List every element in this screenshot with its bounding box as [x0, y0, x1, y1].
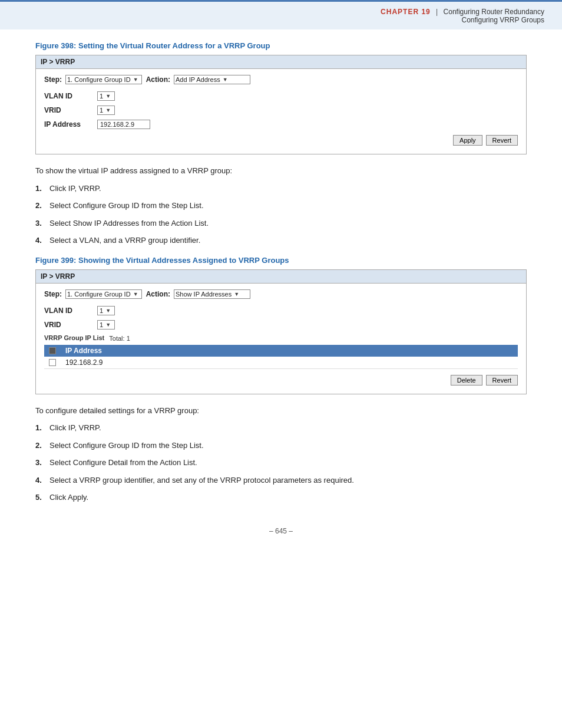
- table-col-ip-address: IP Address: [61, 345, 518, 357]
- figure399-vlanid-arrow: ▼: [105, 308, 111, 314]
- figure398-vrid-label: VRID: [44, 106, 97, 114]
- figure399-box: IP > VRRP Step: 1. Configure Group ID ▼ …: [35, 269, 527, 394]
- table-row: 192.168.2.9: [44, 357, 518, 369]
- list-item: 3. Select Configure Detail from the Acti…: [35, 457, 527, 469]
- header-right: CHAPTER 19 | Configuring Router Redundan…: [381, 8, 544, 24]
- figure398-vlanid-label: VLAN ID: [44, 92, 97, 100]
- header-chapter-line: CHAPTER 19 | Configuring Router Redundan…: [381, 8, 544, 16]
- step1-2-text: Select Configure Group ID from the Step …: [49, 200, 527, 212]
- figure398-action-select[interactable]: Add IP Address ▼: [174, 75, 250, 84]
- step2-5-text: Click Apply.: [49, 492, 527, 503]
- step2-5-num: 5.: [35, 492, 49, 503]
- chapter-title: Configuring Router Redundancy: [444, 8, 544, 16]
- figure399-step-arrow: ▼: [133, 291, 138, 297]
- page-header: CHAPTER 19 | Configuring Router Redundan…: [0, 0, 562, 29]
- para2: To configure detailed settings for a VRR…: [35, 405, 527, 417]
- figure399-step-value: 1. Configure Group ID: [67, 291, 131, 298]
- step2-1-num: 1.: [35, 422, 49, 434]
- figure399-vlanid-value: 1: [100, 307, 103, 314]
- chapter-label: CHAPTER 19: [381, 8, 431, 16]
- list-item: 5. Click Apply.: [35, 492, 527, 503]
- vrrp-list-total: Total: 1: [109, 335, 130, 342]
- steps2-list: 1. Click IP, VRRP. 2. Select Configure G…: [35, 422, 527, 503]
- figure398-vrid-arrow: ▼: [105, 107, 111, 113]
- figure399-step-label: Step:: [44, 290, 62, 298]
- figure398-vlanid-value: 1: [100, 93, 103, 100]
- list-item: 3. Select Show IP Addresses from the Act…: [35, 218, 527, 229]
- page-number: – 645 –: [269, 527, 293, 535]
- step1-1-num: 1.: [35, 183, 49, 195]
- figure399-vlanid-label: VLAN ID: [44, 307, 97, 315]
- figure398-step-arrow: ▼: [133, 77, 138, 83]
- vrrp-list-label: VRRP Group IP List: [44, 334, 104, 341]
- table-row-ip: 192.168.2.9: [61, 357, 518, 369]
- figure399-vrid-input[interactable]: 1 ▼: [97, 320, 115, 330]
- step1-1-text: Click IP, VRRP.: [49, 183, 527, 195]
- select-all-checkbox[interactable]: [49, 347, 56, 354]
- list-item: 1. Click IP, VRRP.: [35, 422, 527, 434]
- step1-3-num: 3.: [35, 218, 49, 229]
- table-row-checkbox-cell: [44, 357, 61, 369]
- vrrp-list-header-row: VRRP Group IP List Total: 1: [44, 334, 518, 342]
- list-item: 4. Select a VRRP group identifier, and s…: [35, 475, 527, 486]
- figure398-caption: Figure 398: Setting the Virtual Router A…: [35, 41, 527, 50]
- step1-2-num: 2.: [35, 200, 49, 212]
- figure398-vlanid-arrow: ▼: [105, 93, 111, 99]
- figure398-buttons: Apply Revert: [44, 135, 518, 146]
- para1: To show the virtual IP address assigned …: [35, 165, 527, 177]
- figure398-vlanid-input[interactable]: 1 ▼: [97, 91, 115, 101]
- step2-3-text: Select Configure Detail from the Action …: [49, 457, 527, 469]
- figure398-step-select[interactable]: 1. Configure Group ID ▼: [65, 75, 142, 84]
- figure399-buttons: Delete Revert: [44, 375, 518, 386]
- step2-1-text: Click IP, VRRP.: [49, 422, 527, 434]
- step2-4-text: Select a VRRP group identifier, and set …: [49, 475, 527, 486]
- list-item: 4. Select a VLAN, and a VRRP group ident…: [35, 235, 527, 246]
- row-checkbox[interactable]: [49, 359, 56, 366]
- figure399-box-body: Step: 1. Configure Group ID ▼ Action: Sh…: [36, 284, 526, 394]
- figure399-action-value: Show IP Addresses: [176, 291, 232, 298]
- figure398-box-body: Step: 1. Configure Group ID ▼ Action: Ad…: [36, 69, 526, 154]
- figure398-vrid-row: VRID 1 ▼: [44, 106, 518, 115]
- step2-3-num: 3.: [35, 457, 49, 469]
- figure398-vrid-input[interactable]: 1 ▼: [97, 106, 115, 115]
- figure399-caption: Figure 399: Showing the Virtual Addresse…: [35, 256, 527, 265]
- figure399-step-select[interactable]: 1. Configure Group ID ▼: [65, 289, 142, 299]
- page-footer: – 645 –: [35, 527, 527, 547]
- figure398-box-title: IP > VRRP: [36, 55, 526, 69]
- step1-4-text: Select a VLAN, and a VRRP group identifi…: [49, 235, 527, 246]
- step2-4-num: 4.: [35, 475, 49, 486]
- figure398-step-row: Step: 1. Configure Group ID ▼ Action: Ad…: [44, 75, 518, 84]
- figure399-box-title: IP > VRRP: [36, 270, 526, 284]
- figure398-vlanid-row: VLAN ID 1 ▼: [44, 91, 518, 101]
- figure398-revert-btn[interactable]: Revert: [486, 135, 518, 146]
- figure399-vlanid-row: VLAN ID 1 ▼: [44, 306, 518, 315]
- main-content: Figure 398: Setting the Virtual Router A…: [0, 29, 562, 565]
- figure399-revert-btn[interactable]: Revert: [486, 375, 518, 386]
- steps1-list: 1. Click IP, VRRP. 2. Select Configure G…: [35, 183, 527, 246]
- header-separator: |: [436, 8, 438, 16]
- step1-3-text: Select Show IP Addresses from the Action…: [49, 218, 527, 229]
- figure398-ip-input[interactable]: 192.168.2.9: [97, 120, 150, 129]
- figure399-delete-btn[interactable]: Delete: [451, 375, 482, 386]
- table-header-checkbox-cell: [44, 345, 61, 357]
- figure398-ip-label: IP Address: [44, 120, 97, 129]
- step2-2-num: 2.: [35, 440, 49, 452]
- figure398-action-value: Add IP Address: [176, 76, 220, 83]
- figure398-step-label: Step:: [44, 75, 62, 84]
- figure398-apply-btn[interactable]: Apply: [453, 135, 482, 146]
- figure398-action-label: Action:: [146, 75, 170, 84]
- figure399-action-select[interactable]: Show IP Addresses ▼: [174, 289, 250, 299]
- figure399-vlanid-input[interactable]: 1 ▼: [97, 306, 115, 315]
- figure399-vrid-arrow: ▼: [105, 322, 111, 328]
- figure399-action-arrow: ▼: [234, 291, 239, 297]
- step2-2-text: Select Configure Group ID from the Step …: [49, 440, 527, 452]
- figure398-ip-row: IP Address 192.168.2.9: [44, 120, 518, 129]
- list-item: 2. Select Configure Group ID from the St…: [35, 440, 527, 452]
- list-item: 2. Select Configure Group ID from the St…: [35, 200, 527, 212]
- figure399-vrid-value: 1: [100, 321, 103, 328]
- figure398-step-value: 1. Configure Group ID: [67, 76, 131, 83]
- figure398-vrid-value: 1: [100, 107, 103, 114]
- vrrp-ip-table: IP Address 192.168.2.9: [44, 345, 518, 369]
- step1-4-num: 4.: [35, 235, 49, 246]
- figure399-vrid-row: VRID 1 ▼: [44, 320, 518, 330]
